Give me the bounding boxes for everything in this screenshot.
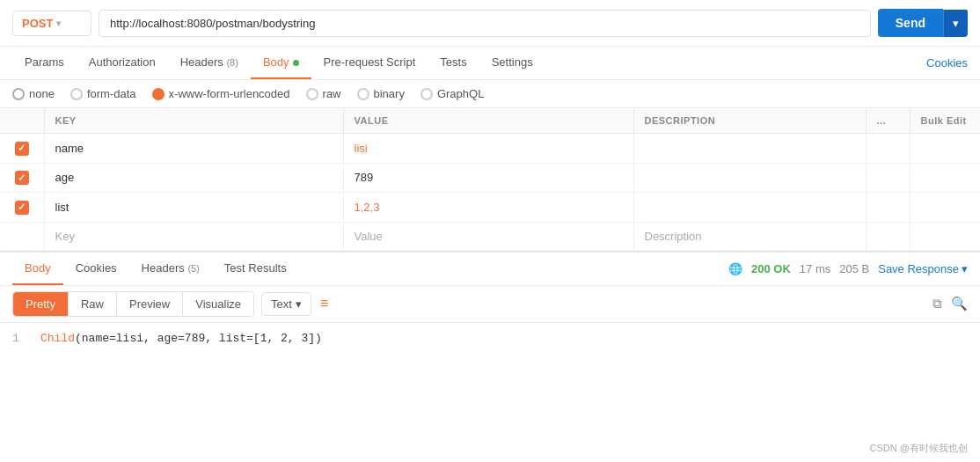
response-tabs: Body Cookies Headers (5) Test Results 🌐 … xyxy=(0,253,980,286)
code-keyword: Child xyxy=(40,332,75,345)
row2-description[interactable] xyxy=(633,163,866,193)
row2-bulk xyxy=(910,163,980,193)
row1-description[interactable] xyxy=(633,134,866,164)
tab-pre-request[interactable]: Pre-request Script xyxy=(311,47,428,79)
empty-value[interactable]: Value xyxy=(343,222,633,250)
row2-value[interactable]: 789 xyxy=(343,163,633,193)
search-icon[interactable]: 🔍 xyxy=(951,296,968,312)
radio-graphql-icon xyxy=(421,88,433,100)
body-type-graphql[interactable]: GraphQL xyxy=(421,87,484,100)
row3-description[interactable] xyxy=(633,193,866,223)
body-type-form-data[interactable]: form-data xyxy=(70,87,136,100)
view-tab-preview[interactable]: Preview xyxy=(117,292,183,316)
save-response-button[interactable]: Save Response ▾ xyxy=(878,262,968,275)
table-row: age 789 xyxy=(0,163,980,193)
row3-key[interactable]: list xyxy=(44,193,343,223)
tab-tests[interactable]: Tests xyxy=(428,47,479,79)
view-tab-pretty[interactable]: Pretty xyxy=(13,292,69,316)
row2-key[interactable]: age xyxy=(44,163,343,193)
body-type-binary[interactable]: binary xyxy=(357,87,405,100)
row3-checkbox[interactable] xyxy=(0,193,44,223)
body-type-urlencoded[interactable]: x-www-form-urlencoded xyxy=(152,87,290,100)
row1-key[interactable]: name xyxy=(44,134,343,164)
send-button-group: Send ▾ xyxy=(878,9,968,37)
res-time: 17 ms xyxy=(800,262,830,275)
globe-icon: 🌐 xyxy=(728,262,742,275)
row1-checkbox[interactable] xyxy=(0,134,44,164)
kv-table-section: KEY VALUE DESCRIPTION ... Bulk Edit name… xyxy=(0,108,980,251)
tab-authorization[interactable]: Authorization xyxy=(77,47,168,79)
empty-description[interactable]: Description xyxy=(633,222,866,250)
row2-checkbox[interactable] xyxy=(0,163,44,193)
empty-bulk xyxy=(910,222,980,250)
row1-bulk xyxy=(910,134,980,164)
filter-icon[interactable]: ≡ xyxy=(320,296,328,312)
empty-dots xyxy=(866,222,910,250)
res-tab-headers[interactable]: Headers (5) xyxy=(129,253,212,285)
method-chevron-icon: ▾ xyxy=(56,18,61,28)
table-row-empty: Key Value Description xyxy=(0,222,980,250)
send-button[interactable]: Send xyxy=(878,9,943,37)
col-header-key: KEY xyxy=(44,108,343,134)
watermark: CSDN @有时候我也创 xyxy=(870,442,968,455)
res-status: 200 OK xyxy=(751,262,791,275)
send-dropdown-button[interactable]: ▾ xyxy=(943,10,968,37)
row2-dots xyxy=(866,163,910,193)
body-type-row: none form-data x-www-form-urlencoded raw… xyxy=(0,80,980,108)
save-response-chevron-icon: ▾ xyxy=(962,262,968,275)
tab-params[interactable]: Params xyxy=(12,47,77,79)
body-type-raw[interactable]: raw xyxy=(306,87,341,100)
radio-urlencoded-icon xyxy=(152,88,165,100)
body-active-dot xyxy=(293,60,299,66)
col-header-description: DESCRIPTION xyxy=(633,108,866,134)
res-headers-badge: (5) xyxy=(187,263,199,274)
code-area: 1 Child(name=lisi, age=789, list=[1, 2, … xyxy=(0,323,980,354)
row1-dots xyxy=(866,134,910,164)
radio-binary-icon xyxy=(357,88,369,100)
radio-none-icon xyxy=(12,88,25,100)
request-tabs: Params Authorization Headers (8) Body Pr… xyxy=(0,47,980,80)
res-size: 205 B xyxy=(839,262,869,275)
col-header-value: VALUE xyxy=(343,108,633,134)
radio-form-data-icon xyxy=(70,88,83,100)
line-number: 1 xyxy=(12,332,26,345)
body-type-none[interactable]: none xyxy=(12,87,55,100)
tab-headers[interactable]: Headers (8) xyxy=(168,47,251,79)
row3-bulk xyxy=(910,193,980,223)
kv-table: KEY VALUE DESCRIPTION ... Bulk Edit name… xyxy=(0,108,980,251)
res-tab-cookies[interactable]: Cookies xyxy=(63,253,129,285)
radio-raw-icon xyxy=(306,88,318,100)
col-header-dots: ... xyxy=(866,108,910,134)
row3-dots xyxy=(866,193,910,223)
res-meta: 🌐 200 OK 17 ms 205 B Save Response ▾ xyxy=(728,262,968,275)
url-bar: POST ▾ Send ▾ xyxy=(0,0,980,47)
url-input[interactable] xyxy=(99,10,871,37)
method-select[interactable]: POST ▾ xyxy=(12,11,91,36)
format-chevron-icon: ▾ xyxy=(296,297,302,311)
table-row: name lisi xyxy=(0,134,980,164)
table-row: list 1,2,3 xyxy=(0,193,980,223)
view-tab-visualize[interactable]: Visualize xyxy=(183,292,253,316)
response-toolbar: Pretty Raw Preview Visualize Text ▾ ≡ ⧉ … xyxy=(0,286,980,323)
res-tab-test-results[interactable]: Test Results xyxy=(212,253,299,285)
col-header-bulk-edit[interactable]: Bulk Edit xyxy=(910,108,980,134)
row1-value[interactable]: lisi xyxy=(343,134,633,164)
cookies-link[interactable]: Cookies xyxy=(926,56,968,70)
headers-badge: (8) xyxy=(226,57,238,68)
view-tab-group: Pretty Raw Preview Visualize xyxy=(12,291,254,317)
col-header-check xyxy=(0,108,44,134)
tab-body[interactable]: Body xyxy=(251,47,311,79)
method-label: POST xyxy=(22,17,53,30)
empty-key[interactable]: Key xyxy=(44,222,343,250)
format-select[interactable]: Text ▾ xyxy=(261,292,311,316)
res-tab-body[interactable]: Body xyxy=(12,253,63,285)
empty-checkbox xyxy=(0,222,44,250)
code-content: Child(name=lisi, age=789, list=[1, 2, 3]… xyxy=(40,332,322,345)
view-tab-raw[interactable]: Raw xyxy=(69,292,117,316)
tab-settings[interactable]: Settings xyxy=(479,47,545,79)
copy-icon[interactable]: ⧉ xyxy=(932,296,942,312)
response-section: Body Cookies Headers (5) Test Results 🌐 … xyxy=(0,251,980,354)
row3-value[interactable]: 1,2,3 xyxy=(343,193,633,223)
